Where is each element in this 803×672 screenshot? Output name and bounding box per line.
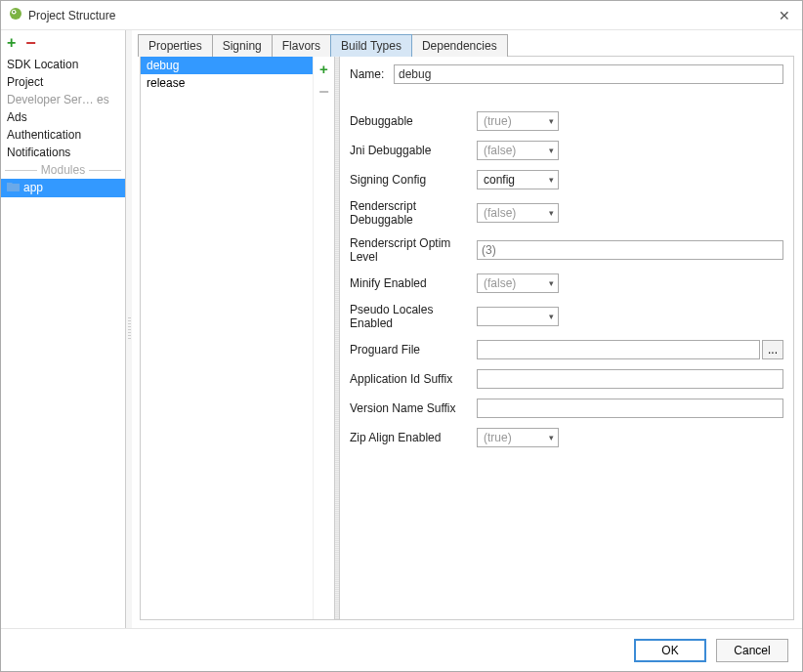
jni-debuggable-select[interactable]: (false)▾ <box>477 141 559 160</box>
folder-icon <box>7 182 20 195</box>
debuggable-label: Debuggable <box>350 114 477 128</box>
sidebar-item-notifications[interactable]: Notifications <box>1 144 125 161</box>
svg-point-2 <box>13 11 15 13</box>
project-structure-dialog: Project Structure ✕ + − SDK Location Pro… <box>0 0 803 672</box>
app-icon <box>9 7 22 23</box>
dialog-body: + − SDK Location Project Developer Ser… … <box>1 30 802 628</box>
titlebar: Project Structure ✕ <box>1 1 802 30</box>
chevron-down-icon: ▾ <box>549 312 554 321</box>
debuggable-select[interactable]: (true)▾ <box>477 111 559 131</box>
chevron-down-icon: ▾ <box>549 208 554 218</box>
renderscript-optim-label: Renderscript Optim Level <box>350 236 477 264</box>
tab-flavors[interactable]: Flavors <box>272 34 331 57</box>
svg-point-0 <box>10 8 21 20</box>
dialog-footer: OK Cancel <box>1 628 802 671</box>
left-panel: + − SDK Location Project Developer Ser… … <box>1 30 126 628</box>
category-list: SDK Location Project Developer Ser… es A… <box>1 56 125 628</box>
tab-bar: Properties Signing Flavors Build Types D… <box>132 30 802 56</box>
tab-dependencies[interactable]: Dependencies <box>411 34 508 57</box>
renderscript-debuggable-label: Renderscript Debuggable <box>350 199 477 227</box>
close-icon[interactable]: ✕ <box>775 8 794 23</box>
zip-align-enabled-label: Zip Align Enabled <box>350 431 477 444</box>
tab-properties[interactable]: Properties <box>138 34 213 57</box>
ok-button[interactable]: OK <box>634 639 706 662</box>
build-types-toolbar: + − <box>313 57 334 619</box>
build-types-list: debug release <box>141 57 313 619</box>
right-panel: Properties Signing Flavors Build Types D… <box>132 30 802 628</box>
sidebar-item-developer-services: Developer Ser… es <box>1 91 125 108</box>
chevron-down-icon: ▾ <box>549 278 554 288</box>
name-label: Name: <box>350 67 394 81</box>
sidebar-item-project[interactable]: Project <box>1 73 125 91</box>
jni-debuggable-label: Jni Debuggable <box>350 144 477 157</box>
add-build-type-icon[interactable]: + <box>319 61 328 77</box>
proguard-file-input[interactable] <box>477 340 760 359</box>
chevron-down-icon: ▾ <box>549 175 554 185</box>
version-name-suffix-input[interactable] <box>477 399 783 418</box>
build-type-release[interactable]: release <box>141 74 313 92</box>
pseudo-locales-select[interactable]: ▾ <box>477 307 559 326</box>
signing-config-select[interactable]: config▾ <box>477 170 559 189</box>
chevron-down-icon: ▾ <box>549 146 554 155</box>
build-type-form: Name: Debuggable (true)▾ Jni Debuggable … <box>340 57 793 619</box>
application-id-suffix-label: Application Id Suffix <box>350 372 477 386</box>
tab-content: debug release + − Name: Debugga <box>140 56 794 620</box>
sidebar-item-authentication[interactable]: Authentication <box>1 126 125 144</box>
application-id-suffix-input[interactable] <box>477 369 783 389</box>
renderscript-optim-input[interactable] <box>477 240 783 260</box>
modules-separator: Modules <box>1 161 125 179</box>
renderscript-debuggable-select[interactable]: (false)▾ <box>477 203 559 223</box>
tab-signing[interactable]: Signing <box>212 34 273 57</box>
proguard-file-label: Proguard File <box>350 343 477 357</box>
sidebar-item-ads[interactable]: Ads <box>1 108 125 126</box>
signing-config-label: Signing Config <box>350 173 477 187</box>
proguard-browse-button[interactable]: ... <box>762 340 783 359</box>
remove-icon[interactable]: − <box>25 38 36 48</box>
left-toolbar: + − <box>1 30 125 56</box>
sidebar-item-sdk-location[interactable]: SDK Location <box>1 56 125 73</box>
window-title: Project Structure <box>28 9 775 22</box>
minify-enabled-label: Minify Enabled <box>350 276 477 290</box>
build-type-debug[interactable]: debug <box>141 57 313 74</box>
chevron-down-icon: ▾ <box>549 433 554 442</box>
version-name-suffix-label: Version Name Suffix <box>350 401 477 415</box>
build-types-panel: debug release + − <box>141 57 334 619</box>
chevron-down-icon: ▾ <box>549 116 554 126</box>
minify-enabled-select[interactable]: (false)▾ <box>477 273 559 293</box>
cancel-button[interactable]: Cancel <box>716 639 788 662</box>
tab-build-types[interactable]: Build Types <box>330 34 412 57</box>
sidebar-module-app[interactable]: app <box>1 179 125 197</box>
remove-build-type-icon: − <box>318 87 329 97</box>
pseudo-locales-label: Pseudo Locales Enabled <box>350 303 477 330</box>
add-icon[interactable]: + <box>7 34 16 52</box>
zip-align-enabled-select[interactable]: (true)▾ <box>477 428 559 447</box>
name-input[interactable] <box>394 64 783 84</box>
